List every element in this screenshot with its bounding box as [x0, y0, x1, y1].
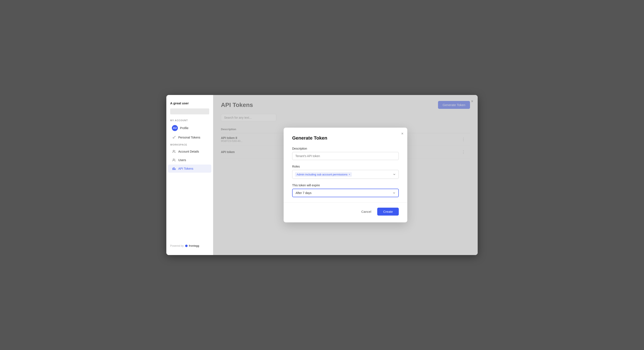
outer-window: × A great user MY ACCOUNT AU Profile Per… [166, 95, 478, 255]
svg-rect-7 [174, 168, 174, 170]
create-button[interactable]: Create [377, 208, 399, 216]
modal-actions: Cancel Create [292, 208, 399, 216]
modal: Generate Token × Description Roles Admin… [284, 128, 407, 222]
svg-rect-8 [175, 169, 176, 170]
sidebar-item-profile-label: Profile [180, 126, 188, 130]
modal-close-button[interactable]: × [401, 131, 404, 136]
role-tag-remove[interactable]: × [349, 173, 350, 176]
api-icon [172, 166, 176, 171]
expire-label: This token will expire [292, 184, 399, 187]
chevron-down-icon [392, 173, 396, 176]
svg-point-9 [185, 245, 188, 247]
people-icon [172, 149, 176, 154]
sidebar-item-api-tokens-label: API Tokens [178, 167, 194, 170]
cancel-button[interactable]: Cancel [358, 208, 374, 215]
expire-select[interactable]: After 7 days After 30 days After 90 days… [292, 189, 399, 197]
sidebar-item-account-details[interactable]: Account Details [168, 147, 211, 156]
svg-point-4 [173, 150, 174, 151]
my-account-label: MY ACCOUNT [166, 117, 213, 123]
sidebar-search-bar [170, 108, 209, 114]
role-tag-text: Admin including sub account permissions [296, 173, 348, 176]
sidebar-footer: Powered by frontegg [166, 241, 213, 251]
sidebar-item-api-tokens[interactable]: API Tokens [168, 165, 211, 173]
modal-title: Generate Token [292, 135, 399, 141]
expire-form-group: This token will expire After 7 days Afte… [292, 184, 399, 197]
roles-label: Roles [292, 165, 399, 168]
key-icon [172, 135, 176, 140]
roles-form-group: Roles Admin including sub account permis… [292, 165, 399, 179]
role-tag: Admin including sub account permissions … [295, 172, 352, 177]
powered-by-label: Powered by [170, 244, 184, 247]
sidebar-item-personal-tokens[interactable]: Personal Tokens [168, 133, 211, 142]
roles-dropdown[interactable]: Admin including sub account permissions … [292, 170, 399, 179]
sidebar-item-account-details-label: Account Details [178, 150, 199, 153]
svg-line-2 [175, 136, 175, 137]
workspace-label: WORKSPACE [166, 142, 213, 147]
frontegg-logo: frontegg [185, 244, 199, 247]
expire-wrapper: After 7 days After 30 days After 90 days… [292, 189, 399, 197]
svg-point-5 [173, 159, 174, 160]
svg-point-0 [173, 137, 174, 138]
svg-rect-6 [172, 168, 173, 170]
frontegg-brand: frontegg [189, 244, 199, 247]
sidebar-user-name: A great user [166, 99, 213, 108]
profile-avatar-icon: AU [172, 125, 178, 131]
modal-divider [284, 202, 407, 203]
sidebar-item-profile[interactable]: AU Profile [168, 123, 211, 133]
sidebar-item-personal-tokens-label: Personal Tokens [178, 136, 200, 139]
sidebar: A great user MY ACCOUNT AU Profile Perso… [166, 95, 213, 255]
description-label: Description [292, 147, 399, 150]
description-form-group: Description [292, 147, 399, 160]
modal-overlay: Generate Token × Description Roles Admin… [213, 95, 478, 255]
users-icon [172, 158, 176, 162]
sidebar-item-users-label: Users [178, 158, 186, 162]
sidebar-item-users[interactable]: Users [168, 156, 211, 164]
description-input[interactable] [292, 152, 399, 160]
main-content: API Tokens Generate Token Description Cr… [213, 95, 478, 255]
